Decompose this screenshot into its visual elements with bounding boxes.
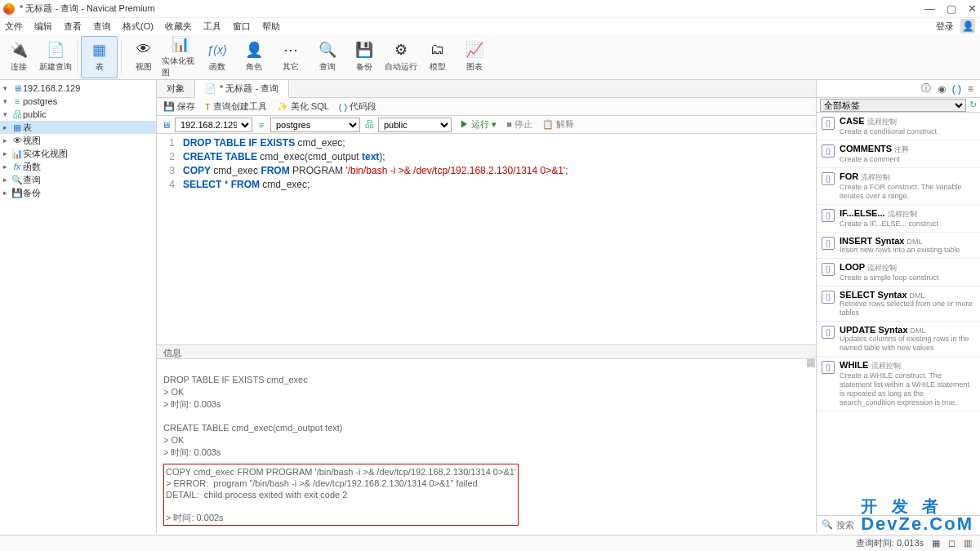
menu-favorites[interactable]: 收藏夹 bbox=[165, 20, 192, 33]
watermark: 开 发 者 DevZe.CoM bbox=[861, 497, 973, 533]
menu-query[interactable]: 查询 bbox=[93, 20, 111, 33]
messages-header[interactable]: 信息 bbox=[157, 344, 816, 359]
wand-icon: ✨ bbox=[277, 101, 288, 112]
tag-filter-select[interactable]: 全部标签 bbox=[820, 99, 966, 112]
snippet-SELECT Syntax[interactable]: {}SELECT Syntax DMLRetrieve rows selecte… bbox=[817, 287, 980, 322]
tree-views[interactable]: ▸👁视图 bbox=[0, 134, 156, 147]
snippet-icon: {} bbox=[822, 172, 835, 185]
schema-icon: 品 bbox=[363, 118, 375, 131]
toolbar-查询[interactable]: 查询 bbox=[309, 36, 345, 78]
msg-create: CREATE TABLE cmd_exec(cmd_output text) >… bbox=[163, 423, 342, 457]
msg-drop: DROP TABLE IF EXISTS cmd_exec > OK > 时间:… bbox=[163, 375, 308, 409]
toolbar-表[interactable]: 表 bbox=[81, 36, 118, 78]
toolbar-备份[interactable]: 备份 bbox=[345, 36, 382, 78]
run-button[interactable]: ▶ 运行 ▾ bbox=[460, 118, 497, 131]
menu-file[interactable]: 文件 bbox=[5, 20, 23, 33]
status-box-icon[interactable]: ◻ bbox=[948, 538, 956, 549]
ic-role bbox=[244, 42, 264, 58]
snippet-CASE[interactable]: {}CASE 流程控制Create a conditional construc… bbox=[817, 113, 980, 140]
menu-edit[interactable]: 编辑 bbox=[34, 20, 52, 33]
explain-button[interactable]: 📋 解释 bbox=[542, 118, 574, 131]
status-chart-icon[interactable]: ▥ bbox=[964, 538, 972, 549]
toolbar-视图[interactable]: 视图 bbox=[125, 36, 162, 78]
line-gutter: 1234 bbox=[157, 134, 180, 344]
snippet-COMMENTS[interactable]: {}COMMENTS 注释Create a comment bbox=[817, 140, 980, 168]
query-builder-button[interactable]: T查询创建工具 bbox=[205, 100, 267, 113]
snippet-icon: {} bbox=[822, 237, 835, 250]
schema-select[interactable]: public bbox=[378, 118, 452, 132]
close-icon[interactable]: ✕ bbox=[968, 2, 977, 15]
server-icon: 🖥 bbox=[160, 120, 172, 130]
tree-schema[interactable]: ▾品public bbox=[0, 108, 156, 121]
snippet-WHILE[interactable]: {}WHILE 流程控制Create a WHILE construct. Th… bbox=[817, 357, 980, 411]
window-title: * 无标题 - 查询 - Navicat Premium bbox=[20, 2, 155, 15]
brackets-icon[interactable]: ( ) bbox=[952, 83, 961, 95]
tree-tables[interactable]: ▸▦表 bbox=[0, 121, 156, 134]
save-button[interactable]: 💾保存 bbox=[163, 100, 195, 113]
toolbar-新建查询[interactable]: 新建查询 bbox=[37, 36, 74, 78]
snippet-panel: ⓘ ◉ ( ) ≡ 全部标签 ↻ {}CASE 流程控制Create a con… bbox=[817, 80, 980, 533]
beautify-button[interactable]: ✨美化 SQL bbox=[277, 100, 329, 113]
ic-backup bbox=[354, 42, 374, 58]
tree-matviews[interactable]: ▸📊实体化视图 bbox=[0, 147, 156, 160]
eye-icon[interactable]: ◉ bbox=[938, 83, 946, 95]
ic-auto bbox=[391, 42, 411, 58]
tree-queries[interactable]: ▸🔍查询 bbox=[0, 173, 156, 186]
toolbar-函数[interactable]: 函数 bbox=[198, 36, 235, 78]
list-icon[interactable]: ≡ bbox=[968, 83, 973, 95]
menu-view[interactable]: 查看 bbox=[64, 20, 82, 33]
tree-database[interactable]: ▾≡postgres bbox=[0, 95, 156, 108]
status-grid-icon[interactable]: ▦ bbox=[932, 538, 940, 549]
query-toolbar: 💾保存 T查询创建工具 ✨美化 SQL ( )代码段 bbox=[157, 98, 816, 116]
snippet-button[interactable]: ( )代码段 bbox=[339, 100, 376, 113]
ic-view bbox=[134, 42, 154, 58]
connection-bar: 🖥 192.168.2.129 ≡ postgres 品 public ▶ 运行… bbox=[157, 116, 816, 134]
toolbar-连接[interactable]: 连接 bbox=[0, 36, 37, 78]
user-avatar-icon[interactable]: 👤 bbox=[960, 19, 975, 33]
snippet-icon: {} bbox=[822, 209, 835, 222]
tree-functions[interactable]: ▸fx函数 bbox=[0, 160, 156, 173]
snippet-UPDATE Syntax[interactable]: {}UPDATE Syntax DMLUpdates columns of ex… bbox=[817, 322, 980, 357]
snippet-LOOP[interactable]: {}LOOP 流程控制Create a simple loop construc… bbox=[817, 259, 980, 287]
toolbar-自动运行[interactable]: 自动运行 bbox=[382, 36, 419, 78]
toolbar-图表[interactable]: 图表 bbox=[456, 36, 492, 78]
server-select[interactable]: 192.168.2.129 bbox=[175, 118, 252, 132]
toolbar-角色[interactable]: 角色 bbox=[235, 36, 272, 78]
snippet-FOR[interactable]: {}FOR 流程控制Create a FOR construct. The va… bbox=[817, 168, 980, 205]
maximize-icon[interactable]: ▢ bbox=[947, 2, 956, 15]
tab-query[interactable]: 📄* 无标题 - 查询 bbox=[195, 80, 289, 98]
menu-tools[interactable]: 工具 bbox=[203, 20, 221, 33]
search-icon: 🔍 bbox=[822, 519, 833, 530]
snippet-icon: {} bbox=[822, 291, 835, 304]
scrollbar-thumb[interactable] bbox=[807, 359, 815, 367]
toolbar-模型[interactable]: 模型 bbox=[419, 36, 456, 78]
tab-objects[interactable]: 对象 bbox=[157, 80, 195, 97]
connection-tree: ▾🖥192.168.2.129 ▾≡postgres ▾品public ▸▦表 … bbox=[0, 80, 157, 533]
error-box: COPY cmd_exec FROM PROGRAM '/bin/bash -i… bbox=[163, 464, 519, 526]
refresh-icon[interactable]: ↻ bbox=[969, 100, 977, 110]
snippet-icon: {} bbox=[822, 326, 835, 339]
tree-backups[interactable]: ▸💾备份 bbox=[0, 186, 156, 199]
ic-new bbox=[46, 42, 65, 58]
ic-model bbox=[428, 42, 448, 58]
code-content[interactable]: DROP TABLE IF EXISTS cmd_exec;CREATE TAB… bbox=[180, 134, 568, 344]
toolbar-实体化视图[interactable]: 实体化视图 bbox=[162, 36, 198, 78]
brackets-icon: ( ) bbox=[339, 102, 347, 112]
snippet-INSERT Syntax[interactable]: {}INSERT Syntax DMLInsert new rows into … bbox=[817, 233, 980, 259]
stop-button[interactable]: ■ 停止 bbox=[506, 118, 532, 131]
menu-help[interactable]: 帮助 bbox=[262, 20, 280, 33]
ic-fx bbox=[207, 42, 227, 58]
menu-window[interactable]: 窗口 bbox=[233, 20, 251, 33]
tree-server[interactable]: ▾🖥192.168.2.129 bbox=[0, 82, 156, 95]
ic-other bbox=[281, 42, 301, 58]
sql-editor[interactable]: 1234 DROP TABLE IF EXISTS cmd_exec;CREAT… bbox=[157, 134, 816, 344]
login-link[interactable]: 登录 bbox=[936, 20, 954, 33]
database-select[interactable]: postgres bbox=[270, 118, 360, 132]
menu-format[interactable]: 格式(O) bbox=[122, 20, 154, 33]
snippet-IF...ELSE...[interactable]: {}IF...ELSE... 流程控制Create a IF...ELSE...… bbox=[817, 205, 980, 233]
ic-chart bbox=[465, 42, 484, 58]
menu-bar: 文件 编辑 查看 查询 格式(O) 收藏夹 工具 窗口 帮助 登录 👤 bbox=[0, 18, 980, 34]
minimize-icon[interactable]: — bbox=[924, 2, 935, 15]
toolbar-其它[interactable]: 其它 bbox=[272, 36, 309, 78]
info-icon[interactable]: ⓘ bbox=[921, 82, 931, 96]
